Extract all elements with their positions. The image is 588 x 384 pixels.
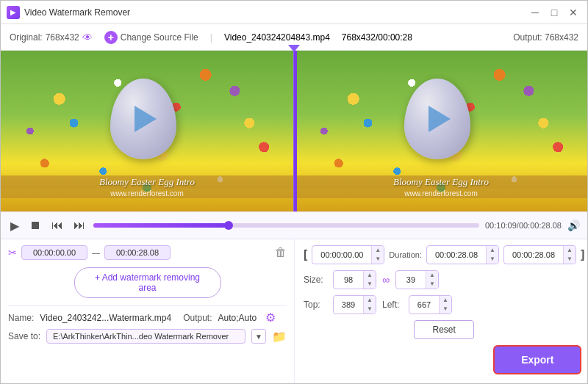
watermark-line2-right: www.renderforest.com	[295, 189, 587, 198]
top-input[interactable]: ▲ ▼	[333, 295, 376, 314]
time-display: 00:10:09/00:00:28.08	[485, 221, 562, 230]
height-input[interactable]: ▲ ▼	[395, 270, 439, 289]
time-total: 00:00:28.08	[519, 221, 562, 230]
top-spinners: ▲ ▼	[363, 296, 376, 314]
output-resolution: 768x432	[545, 32, 578, 43]
time-current: 00:10:09	[485, 221, 517, 230]
segment-row: ✂ 00:00:00.00 — 00:00:28.08 🗑	[8, 245, 287, 260]
output-value: Auto;Auto	[218, 313, 257, 323]
height-down[interactable]: ▼	[426, 280, 438, 289]
video-divider[interactable]	[293, 51, 295, 211]
bottom-area: ✂ 00:00:00.00 — 00:00:28.08 🗑 + Add wate…	[1, 239, 587, 383]
output-video-bg: Bloomy Easter Egg Intro www.renderforest…	[295, 51, 587, 211]
width-down[interactable]: ▼	[364, 280, 376, 289]
top-down[interactable]: ▼	[364, 305, 376, 314]
output-label: Output:	[513, 32, 542, 43]
watermark-overlay: Bloomy Easter Egg Intro www.renderforest…	[1, 175, 293, 198]
segment-icon: ✂	[8, 247, 17, 258]
reset-button[interactable]: Reset	[414, 320, 473, 339]
duration-spinners: ▲ ▼	[486, 246, 498, 264]
save-row: Save to: E:\ArkThinker\ArkThin...deo Wat…	[8, 329, 287, 344]
save-dropdown-button[interactable]: ▼	[251, 329, 266, 344]
bracket-right: ]	[581, 248, 584, 261]
end-time-spinners: ▲ ▼	[563, 246, 576, 264]
output-info: Output: 768x432	[513, 32, 578, 43]
save-label: Save to:	[8, 331, 40, 341]
end-time-value[interactable]	[504, 248, 563, 261]
right-panel: [ ▲ ▼ Duration: ▲ ▼	[295, 239, 588, 383]
top-label: Top:	[304, 300, 327, 310]
next-button[interactable]: ⏭	[71, 217, 87, 234]
duration-value[interactable]	[427, 248, 486, 261]
change-source-label: Change Source File	[121, 32, 198, 43]
app-window: ▶ Video Watermark Remover ─ □ ✕ Original…	[0, 0, 588, 384]
segment-end[interactable]: 00:00:28.08	[104, 245, 171, 260]
size-label: Size:	[304, 275, 327, 285]
top-value[interactable]	[334, 298, 363, 311]
left-up[interactable]: ▲	[440, 296, 451, 305]
file-name: Video_240324204843.mp4	[224, 32, 330, 43]
volume-icon[interactable]: 🔊	[567, 220, 580, 231]
duration-up[interactable]: ▲	[487, 246, 498, 255]
watermark-line1-right: Bloomy Easter Egg Intro	[295, 175, 587, 189]
duration-label: Duration:	[389, 250, 422, 259]
add-area-button[interactable]: + Add watermark removing area	[74, 267, 221, 298]
link-icon[interactable]: ∞	[382, 274, 390, 286]
width-value[interactable]	[334, 273, 363, 286]
height-value[interactable]	[396, 273, 426, 286]
window-controls: ─ □ ✕	[527, 4, 581, 21]
export-button[interactable]: Export	[493, 345, 581, 374]
maximize-button[interactable]: □	[546, 4, 562, 21]
timeline-track[interactable]	[93, 223, 479, 228]
left-value[interactable]	[409, 298, 439, 311]
close-button[interactable]: ✕	[565, 4, 581, 21]
stop-button[interactable]: ⏹	[27, 217, 43, 234]
timeline-thumb[interactable]	[224, 221, 233, 230]
original-label: Original:	[10, 32, 43, 43]
start-time-down[interactable]: ▼	[372, 255, 384, 264]
end-time-up[interactable]: ▲	[564, 246, 576, 255]
watermark-line1: Bloomy Easter Egg Intro	[1, 175, 293, 189]
settings-icon[interactable]: ⚙	[265, 311, 276, 325]
egg-container-right	[404, 79, 478, 167]
height-up[interactable]: ▲	[426, 271, 438, 280]
end-time-down[interactable]: ▼	[564, 255, 576, 264]
start-time-up[interactable]: ▲	[372, 246, 384, 255]
left-panel: ✂ 00:00:00.00 — 00:00:28.08 🗑 + Add wate…	[1, 239, 295, 383]
top-up[interactable]: ▲	[364, 296, 376, 305]
left-input[interactable]: ▲ ▼	[409, 295, 452, 314]
save-path: E:\ArkThinker\ArkThin...deo Watermark Re…	[46, 329, 245, 344]
duration-down[interactable]: ▼	[487, 255, 498, 264]
original-resolution: 768x432	[46, 32, 79, 43]
start-time-spinners: ▲ ▼	[371, 246, 384, 264]
divider-handle[interactable]	[294, 51, 297, 211]
end-time-input[interactable]: ▲ ▼	[503, 245, 576, 264]
start-time-input[interactable]: ▲ ▼	[312, 245, 384, 264]
app-icon: ▶	[7, 6, 20, 19]
change-source-button[interactable]: + Change Source File	[104, 31, 198, 44]
bracket-left: [	[304, 248, 307, 261]
duration-input[interactable]: ▲ ▼	[426, 245, 499, 264]
video-area: Bloomy Easter Egg Intro www.renderforest…	[1, 51, 587, 211]
segment-to: —	[92, 248, 100, 257]
segment-start[interactable]: 00:00:00.00	[21, 245, 87, 260]
save-folder-icon[interactable]: 📁	[272, 330, 287, 344]
segment-delete-button[interactable]: 🗑	[275, 246, 287, 259]
egg	[110, 79, 176, 159]
add-btn-container: + Add watermark removing area	[8, 267, 287, 298]
play-button[interactable]: ▶	[8, 217, 21, 235]
width-input[interactable]: ▲ ▼	[333, 270, 376, 289]
original-info: Original: 768x432 👁	[10, 32, 93, 43]
preview-icon[interactable]: 👁	[82, 32, 93, 43]
width-up[interactable]: ▲	[364, 271, 376, 280]
title-bar: ▶ Video Watermark Remover ─ □ ✕	[1, 1, 587, 24]
left-down[interactable]: ▼	[440, 305, 451, 314]
file-info: 768x432/00:00:28	[342, 32, 412, 43]
start-time-value[interactable]	[312, 248, 371, 261]
time-input-row: [ ▲ ▼ Duration: ▲ ▼	[304, 245, 584, 264]
plus-icon: +	[104, 31, 118, 44]
prev-button[interactable]: ⏮	[49, 217, 65, 234]
left-spinners: ▲ ▼	[439, 296, 451, 314]
name-value: Video_2403242...Watermark.mp4	[40, 313, 171, 323]
minimize-button[interactable]: ─	[527, 4, 543, 21]
